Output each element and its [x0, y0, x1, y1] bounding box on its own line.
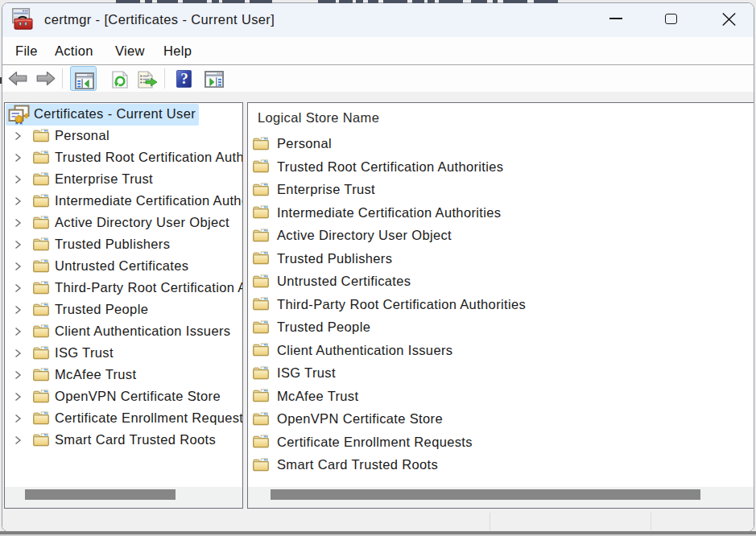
svg-text:?: ?	[180, 70, 188, 87]
